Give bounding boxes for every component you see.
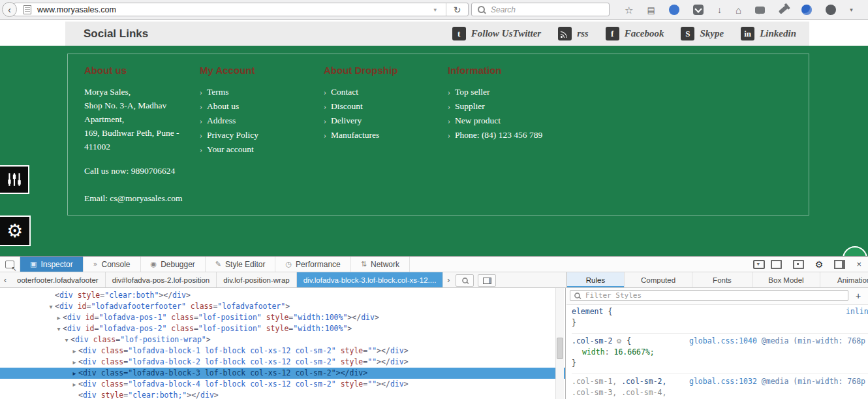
footer-link[interactable]: ›Delivery bbox=[324, 114, 435, 128]
social-link-facebook[interactable]: fFacebook bbox=[606, 27, 664, 40]
back-arrow-icon: ‹ bbox=[8, 4, 11, 15]
footer-link[interactable]: ›Phone: (84) 123 456 789 bbox=[448, 128, 546, 142]
markup-line[interactable]: ▸<div class="lofadva-block-2 lof-block c… bbox=[0, 357, 565, 368]
gray-addon-icon[interactable] bbox=[826, 5, 836, 15]
rule-gear-icon[interactable]: ⚙ bbox=[616, 338, 622, 345]
split-console-button[interactable] bbox=[793, 260, 804, 269]
responsive-mode-button[interactable]: ▾ bbox=[753, 260, 760, 269]
expand-arrow-icon[interactable]: ▸ bbox=[55, 312, 63, 323]
expand-arrow-icon[interactable]: ▾ bbox=[47, 301, 55, 312]
filter-styles-box[interactable] bbox=[570, 290, 848, 301]
markup-line[interactable]: ▾<div id="lofadva-pos-2" class="lof-posi… bbox=[0, 323, 565, 334]
rule-property[interactable]: width: 16.6667%; bbox=[572, 347, 868, 358]
sidebar-tab-rules[interactable]: Rules bbox=[567, 272, 625, 287]
url-bar[interactable]: www.moryasales.com ▾ ↻ bbox=[14, 3, 469, 16]
footer-link-label: Address bbox=[207, 116, 236, 125]
footer-link[interactable]: ›Discount bbox=[324, 99, 435, 114]
devtools-tab-inspector[interactable]: ▣Inspector bbox=[20, 257, 84, 272]
url-text[interactable]: www.moryasales.com bbox=[37, 5, 116, 14]
breadcrumb-forward-button[interactable]: › bbox=[443, 272, 454, 287]
breadcrumb-item[interactable]: div.lofadva-block-3.lof-block.col-xs-12.… bbox=[297, 272, 444, 287]
markup-line[interactable]: ▸<div id="lofadva-pos-1" class="lof-posi… bbox=[0, 312, 565, 323]
search-input[interactable] bbox=[489, 5, 609, 15]
breadcrumb-item[interactable]: div.lof-position-wrap bbox=[217, 272, 296, 287]
flashlight-addon-icon[interactable] bbox=[779, 5, 788, 14]
side-panel-button[interactable] bbox=[771, 260, 782, 269]
devtools-tab-network[interactable]: ⇅Network bbox=[351, 257, 410, 272]
add-rule-button[interactable]: + bbox=[851, 289, 865, 302]
bookmarks-menu-icon[interactable]: ▤ bbox=[647, 6, 655, 14]
search-markup-button[interactable] bbox=[456, 274, 474, 287]
footer-link[interactable]: ›Supplier bbox=[448, 99, 546, 114]
breadcrumb-item[interactable]: div#lofadva-pos-2.lof-position bbox=[106, 272, 217, 287]
markup-line[interactable]: ▾<div id="lofadvafooterfooter" class="lo… bbox=[0, 301, 565, 312]
footer-link-label: Discount bbox=[331, 101, 363, 111]
stylesheet-link[interactable]: global.css:1032 bbox=[689, 377, 757, 386]
sidebar-tab-box-model[interactable]: Box Model bbox=[752, 272, 820, 287]
pocket-icon[interactable] bbox=[693, 5, 704, 15]
markup-line[interactable]: <div style="clear:both"></div> bbox=[0, 290, 565, 301]
theme-options-button[interactable] bbox=[0, 165, 29, 194]
devtools-tab-performance[interactable]: ◷Performance bbox=[275, 257, 350, 272]
overflow-chevron-icon[interactable]: ▾ bbox=[850, 7, 853, 13]
devtools-settings-button[interactable]: ⚙ bbox=[815, 260, 824, 269]
breadcrumb-item[interactable]: ooterfooter.lofadvafooter bbox=[10, 272, 106, 287]
markup-line[interactable]: ▸<div class="lofadva-block-1 lof-block c… bbox=[0, 345, 565, 357]
bookmark-star-icon[interactable]: ☆ bbox=[625, 5, 633, 15]
search-bar[interactable] bbox=[471, 3, 610, 16]
footer-link[interactable]: ›Terms bbox=[200, 85, 311, 99]
social-link-linkedin[interactable]: inLinkedin bbox=[741, 27, 796, 40]
footer-link[interactable]: ›Address bbox=[200, 114, 311, 128]
tab-label: Performance bbox=[296, 260, 341, 269]
stylesheet-link[interactable]: global.css:1040 bbox=[689, 336, 757, 345]
social-link-skype[interactable]: SSkype bbox=[681, 27, 724, 40]
footer-link[interactable]: ›Manufactures bbox=[324, 128, 435, 142]
footer-link-label: Your account bbox=[207, 144, 254, 154]
expand-arrow-icon[interactable]: ▸ bbox=[70, 345, 78, 357]
markup-scrollbar[interactable] bbox=[555, 288, 564, 399]
footer-link[interactable]: ›Top seller bbox=[448, 85, 546, 99]
downloads-icon[interactable]: ↓ bbox=[717, 5, 722, 14]
markup-line[interactable]: ▸<div class="lofadva-block-3 lof-block c… bbox=[0, 368, 565, 379]
devtools-panel: ▣Inspector»Console◉Debugger✎Style Editor… bbox=[0, 256, 868, 399]
social-link-twitter[interactable]: tFollow UsTwitter bbox=[452, 27, 541, 40]
filter-styles-input[interactable] bbox=[584, 291, 848, 300]
expand-arrow-icon[interactable]: ▸ bbox=[70, 357, 78, 368]
markup-line[interactable]: ▾<div class="lof-position-wrap"> bbox=[0, 334, 565, 345]
social-link-rss[interactable]: rss bbox=[558, 27, 589, 40]
rules-sidebar: + element {inline}.col-sm-2⚙ {global.css… bbox=[566, 288, 868, 399]
devtools-tab-style-editor[interactable]: ✎Style Editor bbox=[206, 257, 276, 272]
reload-button[interactable]: ↻ bbox=[446, 3, 468, 16]
css-rule: .col-sm-1, .col-sm-2,global.css:1032 @me… bbox=[572, 374, 868, 399]
breadcrumb-back-button[interactable]: ‹ bbox=[0, 272, 10, 287]
home-icon[interactable]: ⌂ bbox=[736, 5, 741, 15]
pick-element-button[interactable] bbox=[0, 257, 20, 272]
globe-addon-icon[interactable] bbox=[801, 5, 812, 15]
sidebar-tab-computed[interactable]: Computed bbox=[625, 272, 692, 287]
chat-addon-icon[interactable] bbox=[755, 7, 765, 14]
expand-pane-button[interactable] bbox=[478, 274, 496, 287]
blue-addon-icon[interactable] bbox=[669, 5, 679, 15]
dock-side-button[interactable] bbox=[834, 260, 845, 269]
markup-line[interactable]: <div style="clear:both;"></div> bbox=[0, 390, 565, 399]
back-button[interactable]: ‹ bbox=[2, 2, 17, 17]
footer-link[interactable]: ›About us bbox=[200, 99, 311, 114]
stylesheet-link[interactable]: inline bbox=[846, 307, 868, 316]
footer-link[interactable]: ›Privacy Policy bbox=[200, 128, 311, 142]
devtools-tab-console[interactable]: »Console bbox=[84, 257, 141, 272]
footer-link[interactable]: ›New product bbox=[448, 114, 546, 128]
url-dropdown-icon[interactable]: ▾ bbox=[433, 7, 437, 13]
markup-line[interactable]: ▸<div class="lofadva-block-4 lof-block c… bbox=[0, 379, 565, 390]
devtools-tab-debugger[interactable]: ◉Debugger bbox=[141, 257, 206, 272]
footer-link[interactable]: ›Contact bbox=[324, 85, 435, 99]
footer-link[interactable]: ›Your account bbox=[200, 142, 311, 157]
expand-arrow-icon[interactable]: ▸ bbox=[70, 368, 78, 379]
close-devtools-button[interactable]: × bbox=[856, 259, 861, 269]
scrollbar-thumb[interactable] bbox=[557, 338, 563, 359]
sidebar-tab-fonts[interactable]: Fonts bbox=[692, 272, 752, 287]
expand-arrow-icon[interactable]: ▾ bbox=[63, 334, 70, 345]
sidebar-tab-animations[interactable]: Animations bbox=[820, 272, 868, 287]
expand-arrow-icon[interactable]: ▾ bbox=[55, 323, 63, 334]
expand-arrow-icon[interactable]: ▸ bbox=[70, 379, 78, 390]
settings-gear-button[interactable]: ⚙ bbox=[0, 215, 31, 246]
